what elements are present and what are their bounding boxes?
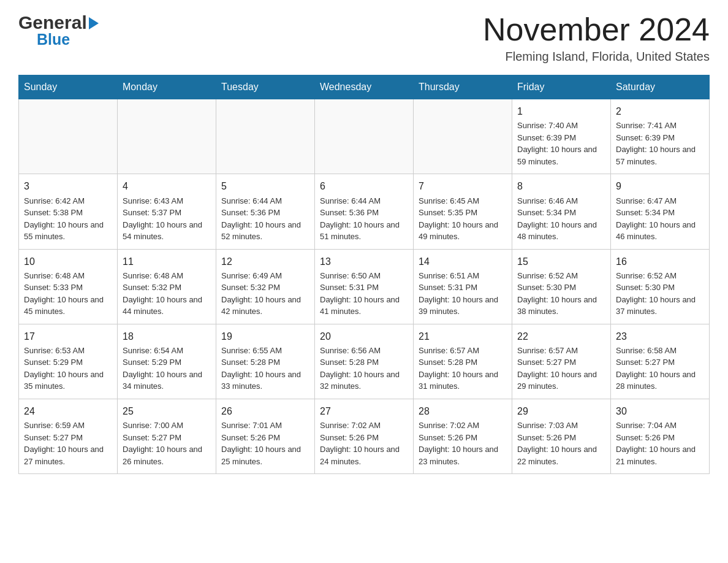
logo-blue-text: Blue <box>37 31 70 48</box>
day-info: Sunrise: 7:02 AM Sunset: 5:26 PM Dayligh… <box>419 419 507 467</box>
week-row-2: 3Sunrise: 6:42 AM Sunset: 5:38 PM Daylig… <box>19 174 710 249</box>
day-info: Sunrise: 6:44 AM Sunset: 5:36 PM Dayligh… <box>221 195 309 243</box>
calendar-cell: 24Sunrise: 6:59 AM Sunset: 5:27 PM Dayli… <box>19 399 118 473</box>
day-number: 25 <box>123 404 211 418</box>
calendar-cell: 3Sunrise: 6:42 AM Sunset: 5:38 PM Daylig… <box>19 174 118 249</box>
day-number: 23 <box>616 329 704 343</box>
calendar-cell: 2Sunrise: 7:41 AM Sunset: 6:39 PM Daylig… <box>611 99 710 174</box>
day-info: Sunrise: 6:47 AM Sunset: 5:34 PM Dayligh… <box>616 195 704 243</box>
calendar-cell: 19Sunrise: 6:55 AM Sunset: 5:28 PM Dayli… <box>216 324 315 399</box>
day-number: 7 <box>419 179 507 193</box>
day-info: Sunrise: 7:02 AM Sunset: 5:26 PM Dayligh… <box>320 419 408 467</box>
day-info: Sunrise: 7:04 AM Sunset: 5:26 PM Dayligh… <box>616 419 704 467</box>
day-number: 8 <box>517 179 605 193</box>
day-number: 6 <box>320 179 408 193</box>
day-number: 2 <box>616 104 704 118</box>
week-row-5: 24Sunrise: 6:59 AM Sunset: 5:27 PM Dayli… <box>19 399 710 473</box>
day-info: Sunrise: 7:01 AM Sunset: 5:26 PM Dayligh… <box>221 419 309 467</box>
logo: General Blue <box>18 12 99 48</box>
day-number: 30 <box>616 404 704 418</box>
calendar-cell: 20Sunrise: 6:56 AM Sunset: 5:28 PM Dayli… <box>315 324 414 399</box>
day-info: Sunrise: 6:49 AM Sunset: 5:32 PM Dayligh… <box>221 270 309 318</box>
day-info: Sunrise: 6:56 AM Sunset: 5:28 PM Dayligh… <box>320 345 408 393</box>
logo-arrow-icon <box>89 17 99 29</box>
day-info: Sunrise: 6:58 AM Sunset: 5:27 PM Dayligh… <box>616 345 704 393</box>
calendar-cell <box>19 99 118 174</box>
calendar-cell: 23Sunrise: 6:58 AM Sunset: 5:27 PM Dayli… <box>611 324 710 399</box>
day-info: Sunrise: 6:52 AM Sunset: 5:30 PM Dayligh… <box>616 270 704 318</box>
calendar-cell: 6Sunrise: 6:44 AM Sunset: 5:36 PM Daylig… <box>315 174 414 249</box>
day-number: 16 <box>616 255 704 269</box>
calendar-cell: 4Sunrise: 6:43 AM Sunset: 5:37 PM Daylig… <box>118 174 216 249</box>
day-number: 11 <box>123 255 211 269</box>
calendar-header: SundayMondayTuesdayWednesdayThursdayFrid… <box>19 75 710 99</box>
header-saturday: Saturday <box>611 75 710 99</box>
calendar-cell: 5Sunrise: 6:44 AM Sunset: 5:36 PM Daylig… <box>216 174 315 249</box>
calendar-cell: 16Sunrise: 6:52 AM Sunset: 5:30 PM Dayli… <box>611 249 710 324</box>
day-info: Sunrise: 6:43 AM Sunset: 5:37 PM Dayligh… <box>123 195 211 243</box>
header-tuesday: Tuesday <box>216 75 315 99</box>
calendar-cell: 18Sunrise: 6:54 AM Sunset: 5:29 PM Dayli… <box>118 324 216 399</box>
day-number: 24 <box>24 404 112 418</box>
calendar-cell: 15Sunrise: 6:52 AM Sunset: 5:30 PM Dayli… <box>512 249 611 324</box>
calendar-cell: 13Sunrise: 6:50 AM Sunset: 5:31 PM Dayli… <box>315 249 414 324</box>
week-row-4: 17Sunrise: 6:53 AM Sunset: 5:29 PM Dayli… <box>19 324 710 399</box>
day-number: 1 <box>517 104 605 118</box>
header-friday: Friday <box>512 75 611 99</box>
day-number: 10 <box>24 255 112 269</box>
day-info: Sunrise: 7:00 AM Sunset: 5:27 PM Dayligh… <box>123 419 211 467</box>
title-section: November 2024 Fleming Island, Florida, U… <box>483 12 710 64</box>
day-info: Sunrise: 7:03 AM Sunset: 5:26 PM Dayligh… <box>517 419 605 467</box>
day-info: Sunrise: 6:57 AM Sunset: 5:27 PM Dayligh… <box>517 345 605 393</box>
calendar-table: SundayMondayTuesdayWednesdayThursdayFrid… <box>18 75 710 474</box>
calendar-cell: 26Sunrise: 7:01 AM Sunset: 5:26 PM Dayli… <box>216 399 315 473</box>
header-monday: Monday <box>118 75 216 99</box>
calendar-cell: 7Sunrise: 6:45 AM Sunset: 5:35 PM Daylig… <box>414 174 512 249</box>
day-number: 3 <box>24 179 112 193</box>
day-info: Sunrise: 6:45 AM Sunset: 5:35 PM Dayligh… <box>419 195 507 243</box>
day-number: 21 <box>419 329 507 343</box>
day-number: 27 <box>320 404 408 418</box>
day-number: 26 <box>221 404 309 418</box>
day-number: 9 <box>616 179 704 193</box>
calendar-cell: 9Sunrise: 6:47 AM Sunset: 5:34 PM Daylig… <box>611 174 710 249</box>
days-of-week-row: SundayMondayTuesdayWednesdayThursdayFrid… <box>19 75 710 99</box>
day-info: Sunrise: 6:55 AM Sunset: 5:28 PM Dayligh… <box>221 345 309 393</box>
day-number: 20 <box>320 329 408 343</box>
calendar-cell: 17Sunrise: 6:53 AM Sunset: 5:29 PM Dayli… <box>19 324 118 399</box>
header-wednesday: Wednesday <box>315 75 414 99</box>
header-thursday: Thursday <box>414 75 512 99</box>
calendar-cell: 12Sunrise: 6:49 AM Sunset: 5:32 PM Dayli… <box>216 249 315 324</box>
day-number: 14 <box>419 255 507 269</box>
calendar-body: 1Sunrise: 7:40 AM Sunset: 6:39 PM Daylig… <box>19 99 710 474</box>
day-info: Sunrise: 6:42 AM Sunset: 5:38 PM Dayligh… <box>24 195 112 243</box>
calendar-cell: 22Sunrise: 6:57 AM Sunset: 5:27 PM Dayli… <box>512 324 611 399</box>
calendar-cell <box>315 99 414 174</box>
calendar-cell: 21Sunrise: 6:57 AM Sunset: 5:28 PM Dayli… <box>414 324 512 399</box>
day-number: 19 <box>221 329 309 343</box>
day-number: 13 <box>320 255 408 269</box>
location-subtitle: Fleming Island, Florida, United States <box>483 50 710 64</box>
calendar-cell <box>414 99 512 174</box>
calendar-cell: 25Sunrise: 7:00 AM Sunset: 5:27 PM Dayli… <box>118 399 216 473</box>
day-info: Sunrise: 7:40 AM Sunset: 6:39 PM Dayligh… <box>517 120 605 167</box>
day-number: 18 <box>123 329 211 343</box>
day-info: Sunrise: 6:57 AM Sunset: 5:28 PM Dayligh… <box>419 345 507 393</box>
day-info: Sunrise: 6:48 AM Sunset: 5:33 PM Dayligh… <box>24 270 112 318</box>
day-info: Sunrise: 6:46 AM Sunset: 5:34 PM Dayligh… <box>517 195 605 243</box>
day-number: 12 <box>221 255 309 269</box>
day-number: 5 <box>221 179 309 193</box>
day-info: Sunrise: 6:59 AM Sunset: 5:27 PM Dayligh… <box>24 419 112 467</box>
calendar-cell: 11Sunrise: 6:48 AM Sunset: 5:32 PM Dayli… <box>118 249 216 324</box>
calendar-cell: 10Sunrise: 6:48 AM Sunset: 5:33 PM Dayli… <box>19 249 118 324</box>
calendar-cell: 27Sunrise: 7:02 AM Sunset: 5:26 PM Dayli… <box>315 399 414 473</box>
day-number: 4 <box>123 179 211 193</box>
calendar-cell: 28Sunrise: 7:02 AM Sunset: 5:26 PM Dayli… <box>414 399 512 473</box>
calendar-cell: 29Sunrise: 7:03 AM Sunset: 5:26 PM Dayli… <box>512 399 611 473</box>
calendar-cell: 8Sunrise: 6:46 AM Sunset: 5:34 PM Daylig… <box>512 174 611 249</box>
calendar-cell <box>118 99 216 174</box>
day-info: Sunrise: 7:41 AM Sunset: 6:39 PM Dayligh… <box>616 120 704 167</box>
calendar-cell <box>216 99 315 174</box>
day-number: 17 <box>24 329 112 343</box>
calendar-cell: 1Sunrise: 7:40 AM Sunset: 6:39 PM Daylig… <box>512 99 611 174</box>
